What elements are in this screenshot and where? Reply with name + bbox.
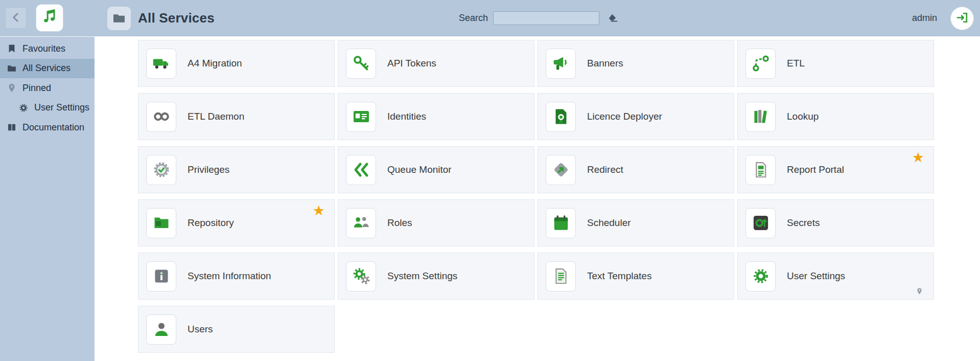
service-card-label: Lookup — [787, 111, 819, 122]
chevron-left-icon — [9, 11, 22, 26]
logout-button[interactable] — [950, 7, 974, 30]
back-button[interactable] — [5, 7, 27, 29]
service-card-label: A4 Migration — [188, 58, 242, 69]
search-input[interactable] — [493, 11, 599, 25]
gear-icon — [745, 261, 776, 291]
service-card-label: User Settings — [787, 270, 845, 282]
service-card-redirect[interactable]: Redirect ★ — [538, 146, 734, 193]
sidebar-item-all-services[interactable]: All Services — [0, 59, 95, 79]
redirect-arrow-icon — [546, 155, 576, 185]
service-card-system-information[interactable]: System Information ★ — [138, 253, 335, 300]
service-card-banners[interactable]: Banners ★ — [538, 40, 734, 87]
person-icon — [146, 314, 176, 345]
service-card-label: Banners — [587, 58, 623, 69]
service-card-label: Report Portal — [787, 164, 844, 175]
document-icon — [546, 261, 576, 291]
eraser-icon — [606, 11, 619, 25]
service-card-queue-monitor[interactable]: Queue Monitor ★ — [338, 146, 534, 193]
bookmark-icon — [6, 43, 17, 54]
service-card-label: Queue Monitor — [387, 164, 452, 175]
sidebar-item-label: Favourites — [22, 43, 65, 54]
repository-folder-icon — [146, 208, 176, 238]
service-card-identities[interactable]: Identities ★ — [338, 93, 534, 140]
page-title: All Services — [138, 10, 215, 26]
service-card-label: Users — [188, 324, 213, 335]
service-card-roles[interactable]: Roles ★ — [338, 199, 534, 246]
sidebar-item-label: Pinned — [22, 83, 51, 94]
pin-icon — [916, 287, 923, 295]
service-card-etl-daemon[interactable]: ETL Daemon ★ — [138, 93, 335, 140]
service-card-lookup[interactable]: Lookup ★ — [737, 93, 934, 140]
topbar: All Services Search admin — [0, 0, 980, 36]
user-area: admin — [912, 0, 974, 36]
service-card-label: Identities — [387, 111, 426, 122]
book-icon — [6, 122, 17, 133]
pin-icon — [6, 82, 17, 94]
service-card-label: System Information — [188, 270, 271, 282]
logout-icon — [955, 11, 969, 26]
infinity-icon — [146, 102, 176, 132]
service-card-label: API Tokens — [387, 58, 436, 69]
gears-icon — [346, 261, 376, 291]
service-card-report-portal[interactable]: Report Portal ★ — [737, 146, 934, 193]
service-card-scheduler[interactable]: Scheduler ★ — [538, 199, 734, 246]
service-card-label: Repository — [188, 217, 234, 229]
flow-icon — [745, 49, 776, 79]
service-card-label: Secrets — [787, 217, 820, 229]
sidebar-nav: Favourites All Services Pinned User Sett… — [0, 39, 95, 138]
service-card-label: System Settings — [387, 270, 457, 282]
sidebar-item-pinned[interactable]: Pinned — [0, 78, 95, 98]
main-content: A4 Migration ★ API Tokens ★ Banners ★ — [95, 37, 980, 361]
calendar-icon — [546, 208, 576, 238]
title-folder-icon — [107, 7, 131, 30]
app-logo[interactable] — [36, 4, 63, 32]
service-card-label: Privileges — [188, 164, 229, 175]
service-card-label: Licence Deployer — [587, 111, 662, 122]
service-card-secrets[interactable]: Secrets ★ — [737, 199, 934, 246]
service-card-label: ETL Daemon — [188, 111, 244, 122]
folder-icon — [6, 63, 17, 74]
gear-icon — [18, 102, 29, 114]
app-window: All Services Search admin — [0, 0, 980, 361]
service-card-licence-deployer[interactable]: Licence Deployer ★ — [538, 93, 734, 140]
chevrons-icon — [346, 155, 376, 185]
report-icon — [745, 155, 776, 185]
service-card-system-settings[interactable]: System Settings ★ — [338, 253, 534, 300]
service-card-etl[interactable]: ETL ★ — [737, 40, 934, 87]
service-card-privileges[interactable]: Privileges ★ — [138, 146, 335, 193]
service-card-label: Text Templates — [587, 270, 651, 282]
id-card-icon — [346, 102, 376, 132]
service-card-api-tokens[interactable]: API Tokens ★ — [338, 40, 534, 87]
sidebar-item-label: All Services — [22, 63, 71, 74]
service-card-a4-migration[interactable]: A4 Migration ★ — [138, 40, 335, 87]
service-card-user-settings[interactable]: User Settings ★ — [737, 253, 934, 300]
service-card-users[interactable]: Users ★ — [138, 306, 335, 353]
key-icon — [346, 49, 376, 79]
secrets-icon — [745, 208, 776, 238]
search-label: Search — [459, 13, 488, 24]
certificate-icon — [546, 102, 576, 132]
megaphone-icon — [546, 49, 576, 79]
favourite-star-icon[interactable]: ★ — [313, 204, 325, 218]
service-card-label: ETL — [787, 58, 805, 69]
music-note-icon — [40, 8, 59, 28]
service-card-text-templates[interactable]: Text Templates ★ — [538, 253, 734, 300]
username: admin — [912, 13, 937, 24]
services-grid: A4 Migration ★ API Tokens ★ Banners ★ — [138, 40, 980, 353]
service-card-repository[interactable]: Repository ★ — [138, 199, 335, 246]
sidebar-item-label: Documentation — [22, 122, 84, 133]
badge-check-icon — [146, 155, 176, 185]
info-icon — [146, 261, 176, 291]
sidebar-item-label: User Settings — [34, 102, 89, 113]
service-card-label: Redirect — [587, 164, 623, 175]
books-icon — [745, 102, 776, 132]
sidebar: Favourites All Services Pinned User Sett… — [0, 37, 95, 361]
sidebar-item-documentation[interactable]: Documentation — [0, 118, 95, 138]
sidebar-item-favourites[interactable]: Favourites — [0, 39, 95, 59]
clear-search-button[interactable] — [604, 10, 621, 27]
sidebar-item-user-settings[interactable]: User Settings — [0, 98, 95, 118]
people-icon — [346, 208, 376, 238]
service-card-label: Roles — [387, 217, 412, 229]
truck-icon — [146, 49, 176, 79]
favourite-star-icon[interactable]: ★ — [912, 151, 924, 165]
